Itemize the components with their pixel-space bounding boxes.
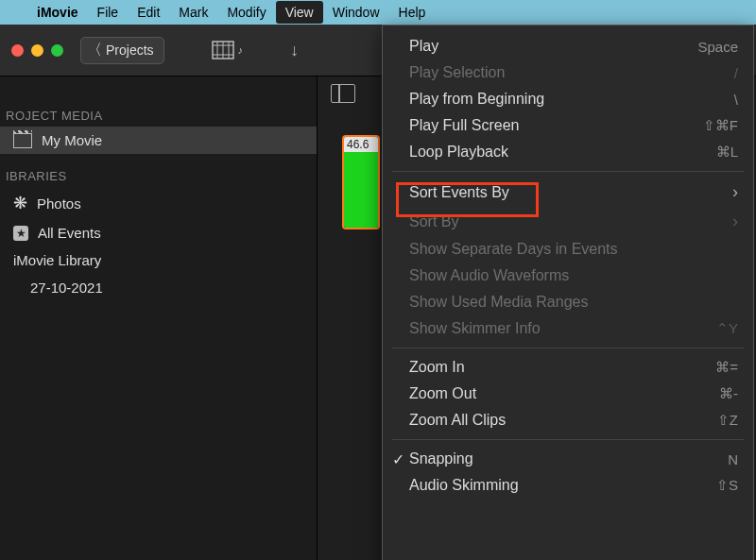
menu-item-label: Play xyxy=(409,38,438,55)
layout-toggle-button[interactable] xyxy=(331,84,355,103)
menu-item-label: Zoom In xyxy=(409,359,465,376)
sidebar-item-label: 27-10-2021 xyxy=(30,280,103,296)
menu-item-loop-playback[interactable]: Loop Playback⌘L xyxy=(383,139,753,165)
menu-item-sort-events-by[interactable]: Sort Events By› xyxy=(383,178,753,207)
menu-item-shortcut: ⌘L xyxy=(716,144,738,161)
menubar-help[interactable]: Help xyxy=(389,1,436,24)
import-button[interactable]: ↓ xyxy=(290,41,299,60)
back-to-projects-button[interactable]: 〈 Projects xyxy=(80,37,164,64)
menubar: iMovie File Edit Mark Modify View Window… xyxy=(0,0,756,25)
window-controls xyxy=(11,44,63,57)
clapperboard-icon xyxy=(13,133,32,148)
menu-item-label: Zoom Out xyxy=(409,385,476,402)
clip-duration-label: 46.6 xyxy=(344,137,378,152)
view-menu-dropdown: PlaySpace Play Selection/ Play from Begi… xyxy=(382,25,754,560)
menu-item-shortcut: / xyxy=(734,65,738,81)
sidebar-item-label: All Events xyxy=(38,225,101,241)
menu-item-shortcut: ⌘- xyxy=(719,385,738,402)
menu-separator xyxy=(392,439,744,440)
menu-item-label: Show Separate Days in Events xyxy=(409,241,618,258)
menu-item-play[interactable]: PlaySpace xyxy=(383,33,753,59)
filmstrip-icon xyxy=(212,41,236,59)
media-filter-button[interactable]: ♪ xyxy=(212,41,244,59)
menu-item-label: Play from Beginning xyxy=(409,91,544,108)
menu-item-label: Audio Skimming xyxy=(409,477,519,494)
menu-item-shortcut: ⌘= xyxy=(715,359,738,376)
submenu-arrow-icon: › xyxy=(732,182,738,202)
menu-item-separate-days: Show Separate Days in Events xyxy=(383,236,753,263)
menubar-window[interactable]: Window xyxy=(323,1,389,24)
menubar-app-name[interactable]: iMovie xyxy=(27,1,88,24)
menu-item-play-full-screen[interactable]: Play Full Screen⇧⌘F xyxy=(383,112,753,139)
sidebar-item-my-movie[interactable]: My Movie xyxy=(0,127,317,154)
sidebar-item-event-date[interactable]: 27-10-2021 xyxy=(0,274,317,301)
menu-item-shortcut: ⌃Y xyxy=(716,320,738,337)
menu-item-sort-by: Sort By› xyxy=(383,207,753,236)
gear-flower-icon: ❋ xyxy=(13,193,27,213)
menu-item-audio-waveforms: Show Audio Waveforms xyxy=(383,263,753,289)
menu-separator xyxy=(392,348,744,348)
menubar-file[interactable]: File xyxy=(88,1,129,24)
menubar-view[interactable]: View xyxy=(276,1,323,24)
menu-item-shortcut: Space xyxy=(697,39,738,55)
clip-thumbnail xyxy=(344,152,378,229)
menu-item-shortcut: ⇧⌘F xyxy=(703,117,738,134)
download-arrow-icon: ↓ xyxy=(290,41,299,59)
menubar-modify[interactable]: Modify xyxy=(217,1,275,24)
fullscreen-window-button[interactable] xyxy=(51,44,63,57)
chevron-left-icon: 〈 xyxy=(87,41,102,60)
sidebar-heading-libraries: IBRARIES xyxy=(0,165,317,187)
menu-item-zoom-all-clips[interactable]: Zoom All Clips⇧Z xyxy=(383,407,753,433)
sidebar-heading-project-media: ROJECT MEDIA xyxy=(0,105,317,127)
menu-item-zoom-out[interactable]: Zoom Out⌘- xyxy=(383,381,753,407)
minimize-window-button[interactable] xyxy=(31,44,43,57)
menu-item-skimmer-info: Show Skimmer Info⌃Y xyxy=(383,315,753,342)
sidebar-item-all-events[interactable]: ★ All Events xyxy=(0,219,317,246)
menu-item-label: Play Selection xyxy=(409,64,505,81)
submenu-arrow-icon: › xyxy=(732,212,738,231)
menu-item-play-selection: Play Selection/ xyxy=(383,59,753,86)
menu-item-label: Show Used Media Ranges xyxy=(409,294,588,311)
menu-item-shortcut: N xyxy=(728,451,738,467)
sidebar: ROJECT MEDIA My Movie IBRARIES ❋ Photos … xyxy=(0,76,318,560)
menu-item-label: Show Skimmer Info xyxy=(409,320,541,337)
menu-item-shortcut: ⇧Z xyxy=(717,412,738,429)
menu-item-shortcut: ⇧S xyxy=(716,477,738,494)
menu-item-label: Sort By xyxy=(409,213,458,230)
menu-item-used-media-ranges: Show Used Media Ranges xyxy=(383,289,753,315)
menu-item-label: Zoom All Clips xyxy=(409,412,506,429)
menu-item-shortcut: \ xyxy=(734,92,738,108)
back-label: Projects xyxy=(106,42,154,58)
menu-item-play-from-beginning[interactable]: Play from Beginning\ xyxy=(383,86,753,112)
star-icon: ★ xyxy=(13,226,28,241)
menu-item-label: Play Full Screen xyxy=(409,117,520,134)
menu-item-label: Loop Playback xyxy=(409,144,508,161)
sidebar-item-label: iMovie Library xyxy=(13,252,101,268)
menubar-edit[interactable]: Edit xyxy=(128,1,169,24)
close-window-button[interactable] xyxy=(11,44,24,57)
menu-item-label: Snapping xyxy=(409,450,473,467)
menu-item-audio-skimming[interactable]: Audio Skimming⇧S xyxy=(383,472,753,499)
menubar-mark[interactable]: Mark xyxy=(169,1,217,24)
menu-item-snapping[interactable]: ✓SnappingN xyxy=(383,446,753,472)
sidebar-item-label: Photos xyxy=(37,195,81,212)
sidebar-item-imovie-library[interactable]: iMovie Library xyxy=(0,246,317,274)
menu-item-label: Show Audio Waveforms xyxy=(409,267,569,284)
checkmark-icon: ✓ xyxy=(392,450,404,468)
music-note-icon: ♪ xyxy=(238,44,244,56)
menu-item-zoom-in[interactable]: Zoom In⌘= xyxy=(383,354,753,381)
menu-item-label: Sort Events By xyxy=(409,184,509,201)
media-clip[interactable]: 46.6 xyxy=(342,135,380,229)
sidebar-item-photos[interactable]: ❋ Photos xyxy=(0,187,317,219)
sidebar-item-label: My Movie xyxy=(42,132,102,148)
menu-separator xyxy=(392,171,744,172)
